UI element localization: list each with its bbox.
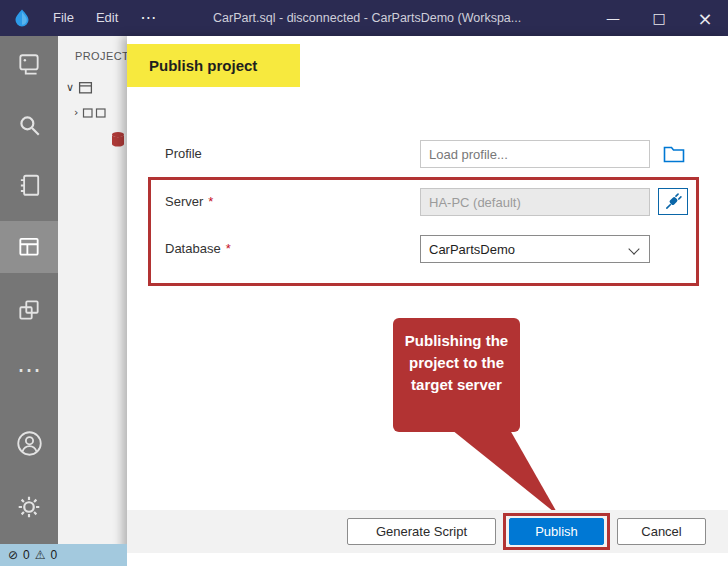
- menu-more-icon[interactable]: ⋯: [129, 6, 167, 30]
- plug-icon: [664, 192, 683, 211]
- folder-icon: [663, 145, 685, 163]
- extensions-icon: [16, 297, 42, 323]
- publish-button[interactable]: Publish: [509, 518, 604, 545]
- sidebar-item-projects[interactable]: [0, 221, 58, 273]
- side-panel-header: PROJECTS: [58, 36, 127, 62]
- generate-script-button[interactable]: Generate Script: [347, 518, 496, 545]
- dialog-footer: Generate Script Publish Cancel: [127, 510, 728, 553]
- sidebar-item-connections[interactable]: [0, 41, 58, 89]
- close-icon[interactable]: ×: [682, 0, 728, 36]
- menu-edit[interactable]: Edit: [85, 0, 129, 36]
- sidebar-item-search[interactable]: [0, 101, 58, 149]
- callout-text: Publishing the project to the target ser…: [405, 332, 508, 393]
- cancel-button[interactable]: Cancel: [617, 518, 706, 545]
- sidebar-item-notebooks[interactable]: [0, 161, 58, 209]
- required-asterisk: *: [208, 194, 213, 209]
- server-label: Server*: [165, 188, 213, 216]
- annotation-callout: Publishing the project to the target ser…: [393, 318, 520, 432]
- sidebar-item-extensions[interactable]: [0, 286, 58, 334]
- status-bar[interactable]: ⊘ 0 ⚠ 0: [0, 544, 127, 566]
- app-window: File Edit ⋯ CarPart.sql - disconnected -…: [0, 0, 728, 566]
- projects-side-panel: PROJECTS ∨ ›: [58, 36, 127, 544]
- change-connection-button[interactable]: [658, 188, 688, 215]
- server-input[interactable]: [420, 188, 650, 216]
- profile-label: Profile: [165, 140, 202, 168]
- connections-icon: [16, 52, 42, 78]
- errors-icon: ⊘: [8, 548, 18, 562]
- profile-input[interactable]: [420, 140, 650, 168]
- load-profile-button[interactable]: [661, 142, 687, 166]
- window-title: CarPart.sql - disconnected - CarPartsDem…: [213, 0, 521, 36]
- tree-row-project[interactable]: ∨: [66, 80, 93, 95]
- activity-bar: ⋯: [0, 36, 58, 544]
- title-bar: File Edit ⋯ CarPart.sql - disconnected -…: [0, 0, 728, 36]
- dialog-title: Publish project: [127, 44, 300, 87]
- publish-project-dialog: Publish project Profile Server* Database…: [127, 36, 728, 566]
- database-label: Database*: [165, 235, 231, 263]
- required-asterisk: *: [226, 241, 231, 256]
- warnings-count: 0: [51, 548, 58, 562]
- maximize-icon[interactable]: □: [636, 0, 682, 36]
- database-select-value: CarPartsDemo: [429, 242, 515, 257]
- chevron-down-icon: [628, 243, 639, 254]
- tree-row-database[interactable]: [110, 131, 126, 148]
- warnings-icon: ⚠: [35, 548, 46, 562]
- chevron-down-icon: ∨: [66, 81, 74, 94]
- gear-icon: [16, 494, 42, 520]
- app-logo-icon: [12, 8, 32, 28]
- minimize-icon[interactable]: —: [590, 0, 636, 36]
- sql-object-icons: [82, 107, 108, 119]
- sidebar-item-account[interactable]: [0, 419, 58, 467]
- project-node-icon: [78, 80, 93, 95]
- database-select[interactable]: CarPartsDemo: [420, 235, 650, 263]
- errors-count: 0: [23, 548, 30, 562]
- sidebar-item-more[interactable]: ⋯: [0, 346, 58, 394]
- account-icon: [16, 430, 43, 457]
- more-icon: ⋯: [17, 358, 41, 382]
- menu-file[interactable]: File: [42, 0, 85, 36]
- sidebar-item-settings[interactable]: [0, 483, 58, 531]
- search-icon: [16, 112, 42, 138]
- projects-icon: [16, 234, 42, 260]
- notebook-icon: [16, 172, 42, 198]
- database-icon: [110, 131, 126, 148]
- callout-tail: [437, 429, 572, 519]
- chevron-right-icon: ›: [74, 106, 78, 119]
- tree-row-folder[interactable]: ›: [74, 106, 108, 119]
- window-controls: — □ ×: [590, 0, 728, 36]
